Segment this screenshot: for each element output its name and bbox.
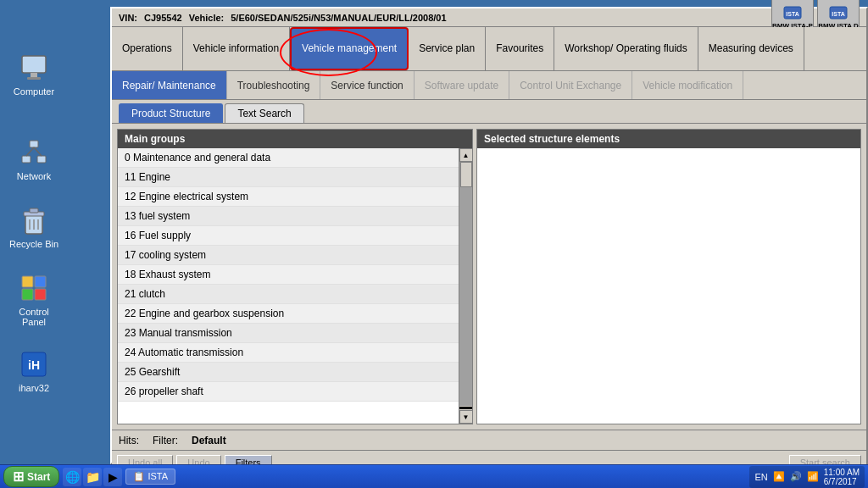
vehicle-label: Vehicle: — [189, 13, 225, 23]
taskbar-quick-launch: 🌐 📁 ▶ — [63, 468, 122, 486]
vehicle-value: 5/E60/SEDAN/525i/N53/MANUAL/EUR/LL/2008/… — [231, 13, 446, 23]
iharv-icon: iH — [17, 347, 51, 381]
taskbar: ⊞ Start 🌐 📁 ▶ 📋 ISTA EN 🔼 🔊 📶 11:00 AM 6… — [0, 464, 868, 488]
desktop-icon-computer-label: Computer — [14, 86, 54, 97]
svg-line-7 — [34, 147, 42, 156]
tab-product-structure[interactable]: Product Structure — [119, 103, 223, 123]
main-groups-panel: Main groups 0 Maintenance and general da… — [117, 129, 473, 424]
vin-bar: VIN: CJ95542 Vehicle: 5/E60/SEDAN/525i/N… — [112, 8, 866, 27]
desktop-icon-computer[interactable]: Computer — [7, 51, 61, 97]
second-nav: Repair/ Maintenance Troubleshooting Serv… — [112, 71, 866, 100]
scroll-divider — [459, 407, 473, 409]
svg-rect-17 — [35, 289, 46, 300]
svg-text:ISTA: ISTA — [832, 11, 844, 17]
tab-row: Product Structure Text Search — [112, 100, 866, 124]
svg-rect-2 — [27, 77, 41, 80]
date: 6/7/2017 — [824, 477, 860, 486]
main-groups-list[interactable]: 0 Maintenance and general data 11 Engine… — [118, 148, 459, 424]
svg-rect-10 — [30, 208, 38, 213]
volume-icon: 🔊 — [790, 471, 802, 482]
nav-repair-maintenance[interactable]: Repair/ Maintenance — [112, 71, 227, 99]
main-groups-scrollbar[interactable]: ▲ ▼ — [459, 148, 472, 424]
svg-rect-16 — [22, 289, 33, 300]
system-tray: EN 🔼 🔊 📶 11:00 AM 6/7/2017 — [749, 466, 865, 488]
list-item[interactable]: 22 Engine and gearbox suspension — [118, 304, 459, 324]
list-item[interactable]: 0 Maintenance and general data — [118, 148, 459, 168]
list-item[interactable]: 12 Engine electrical system — [118, 187, 459, 207]
status-bar: Hits: Filter: Default — [112, 430, 866, 450]
list-item[interactable]: 16 Fuel supply — [118, 226, 459, 246]
svg-text:ISTA: ISTA — [786, 11, 798, 17]
nav-favourites[interactable]: Favourites — [486, 27, 554, 70]
tray-icon-up: 🔼 — [773, 471, 785, 482]
svg-text:iH: iH — [28, 358, 40, 372]
content-area: Main groups 0 Maintenance and general da… — [112, 124, 866, 430]
desktop-icon-iharv[interactable]: iH iharv32 — [7, 347, 61, 393]
nav-software-update: Software update — [415, 71, 509, 99]
selected-structure-content — [477, 148, 860, 424]
scroll-thumb[interactable] — [460, 162, 472, 187]
desktop-icon-control-panel[interactable]: Control Panel — [7, 271, 61, 327]
nav-operations[interactable]: Operations — [112, 27, 183, 70]
recycle-bin-icon — [17, 203, 51, 237]
list-item[interactable]: 24 Automatic transmission — [118, 343, 459, 363]
nav-vehicle-modification: Vehicle modification — [632, 71, 743, 99]
taskbar-active-app[interactable]: 📋 ISTA — [125, 469, 175, 485]
language-indicator: EN — [754, 472, 767, 482]
nav-workshop[interactable]: Workshop/ Operating fluids — [554, 27, 698, 70]
nav-service-function[interactable]: Service function — [320, 71, 414, 99]
nav-vehicle-management[interactable]: Vehicle management — [290, 27, 409, 70]
tab-text-search[interactable]: Text Search — [225, 103, 303, 123]
nav-vehicle-information[interactable]: Vehicle information — [183, 27, 290, 70]
filter-value: Default — [192, 435, 226, 446]
filter-label: Filter: — [153, 435, 178, 446]
scroll-down-btn[interactable]: ▼ — [459, 410, 473, 424]
scroll-up-btn[interactable]: ▲ — [459, 148, 473, 162]
top-nav: Operations Vehicle information Vehicle m… — [112, 27, 866, 71]
list-item[interactable]: 26 propeller shaft — [118, 382, 459, 402]
taskbar-folder-icon[interactable]: 📁 — [83, 468, 102, 486]
network-icon — [17, 136, 51, 169]
list-item[interactable]: 13 fuel system — [118, 207, 459, 226]
network-tray-icon: 📶 — [807, 471, 819, 482]
scroll-track[interactable] — [459, 162, 473, 406]
control-panel-icon — [17, 271, 51, 305]
computer-icon — [17, 51, 51, 85]
svg-line-6 — [26, 147, 34, 156]
list-item[interactable]: 21 clutch — [118, 285, 459, 304]
selected-structure-header: Selected structure elements — [477, 130, 860, 148]
desktop-icon-control-panel-label: Control Panel — [7, 307, 61, 327]
list-item[interactable]: 23 Manual transmission — [118, 324, 459, 343]
svg-rect-15 — [35, 276, 46, 287]
desktop-icon-network[interactable]: Network — [7, 136, 61, 181]
list-item[interactable]: 17 cooling system — [118, 246, 459, 265]
svg-rect-0 — [22, 56, 46, 73]
desktop-icon-recycle[interactable]: Recycle Bin — [7, 203, 61, 249]
svg-rect-1 — [31, 73, 37, 77]
taskbar-media-icon[interactable]: ▶ — [103, 468, 122, 486]
svg-rect-3 — [30, 141, 38, 147]
selected-structure-panel: Selected structure elements — [476, 129, 861, 424]
svg-rect-4 — [22, 156, 31, 163]
nav-measuring-devices[interactable]: Measuring devices — [698, 27, 804, 70]
svg-rect-5 — [37, 156, 46, 163]
desktop-icon-recycle-label: Recycle Bin — [9, 239, 58, 249]
list-item[interactable]: 18 Exhaust system — [118, 265, 459, 285]
clock: 11:00 AM — [824, 468, 860, 477]
vin-value: CJ95542 — [144, 13, 182, 23]
list-item[interactable]: 11 Engine — [118, 168, 459, 187]
taskbar-right: EN 🔼 🔊 📶 11:00 AM 6/7/2017 — [749, 466, 865, 488]
list-item[interactable]: 25 Gearshift — [118, 363, 459, 382]
nav-troubleshooting[interactable]: Troubleshooting — [227, 71, 321, 99]
app-window: VIN: CJ95542 Vehicle: 5/E60/SEDAN/525i/N… — [110, 7, 868, 464]
svg-rect-14 — [22, 276, 33, 287]
desktop-icon-iharv-label: iharv32 — [19, 383, 49, 393]
desktop-icon-network-label: Network — [17, 171, 51, 181]
nav-service-plan[interactable]: Service plan — [409, 27, 486, 70]
hits-label: Hits: — [119, 435, 139, 446]
taskbar-ie-icon[interactable]: 🌐 — [63, 468, 81, 486]
nav-control-unit-exchange: Control Unit Exchange — [509, 71, 632, 99]
vin-label: VIN: — [119, 13, 137, 23]
start-button[interactable]: ⊞ Start — [3, 466, 59, 487]
main-groups-header: Main groups — [118, 130, 472, 148]
